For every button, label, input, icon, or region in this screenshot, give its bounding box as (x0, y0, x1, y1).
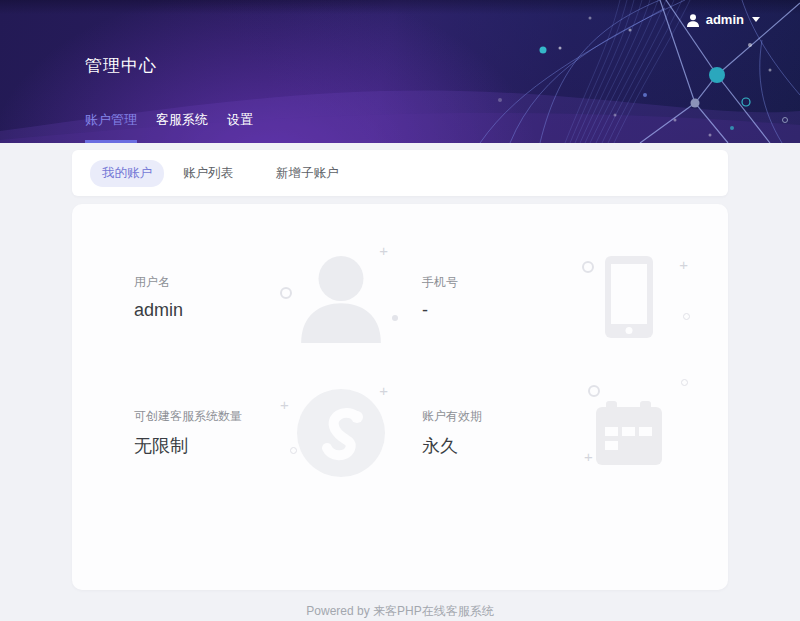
subtab-bar: 我的账户 账户列表 新增子账户 (72, 150, 728, 196)
subtab-my-account[interactable]: 我的账户 (90, 160, 164, 187)
service-quota-value: 无限制 (134, 434, 242, 458)
header-banner: admin 管理中心 账户管理 客服系统 设置 (0, 0, 800, 143)
ring-decoration (582, 261, 594, 273)
username-value: admin (134, 300, 183, 321)
account-info-panel: 用户名 admin + 手机号 - + (72, 204, 728, 590)
laike-logo-icon (295, 387, 387, 479)
page-title: 管理中心 (85, 54, 157, 77)
username-label: 用户名 (134, 274, 183, 291)
phone-value: - (422, 300, 458, 321)
calendar-icon (594, 399, 664, 467)
user-icon (686, 13, 700, 27)
ring-decoration (290, 447, 297, 454)
plus-decoration: + (584, 449, 593, 464)
plus-decoration: + (379, 243, 388, 258)
avatar-person-icon (295, 251, 387, 343)
dot-decoration (392, 315, 398, 321)
plus-decoration: + (679, 257, 688, 272)
phone-label: 手机号 (422, 274, 458, 291)
user-name: admin (706, 12, 744, 27)
smartphone-icon (603, 255, 655, 339)
ring-decoration (588, 385, 600, 397)
service-quota-label: 可创建客服系统数量 (134, 408, 242, 425)
ring-decoration (280, 287, 292, 299)
main-tab-bar: 账户管理 客服系统 设置 (85, 111, 272, 143)
chevron-down-icon (752, 17, 760, 22)
tab-settings[interactable]: 设置 (227, 111, 253, 143)
info-card-phone: 手机号 - + (422, 232, 698, 362)
subtab-account-list[interactable]: 账户列表 (171, 160, 245, 187)
user-menu[interactable]: admin (686, 12, 760, 27)
info-card-username: 用户名 admin + (134, 232, 410, 362)
validity-label: 账户有效期 (422, 408, 482, 425)
powered-by-text: Powered by 来客PHP在线客服系统 (0, 603, 800, 620)
plus-decoration: + (280, 397, 289, 412)
tab-service-system[interactable]: 客服系统 (156, 111, 208, 143)
ring-decoration (681, 379, 688, 386)
tab-account-management[interactable]: 账户管理 (85, 111, 137, 143)
subtab-add-subaccount[interactable]: 新增子账户 (264, 160, 351, 187)
ring-decoration (683, 313, 690, 320)
validity-value: 永久 (422, 434, 482, 458)
info-card-service-quota: 可创建客服系统数量 无限制 + + (134, 368, 410, 498)
info-card-validity: 账户有效期 永久 + (422, 368, 698, 498)
plus-decoration: + (379, 383, 388, 398)
